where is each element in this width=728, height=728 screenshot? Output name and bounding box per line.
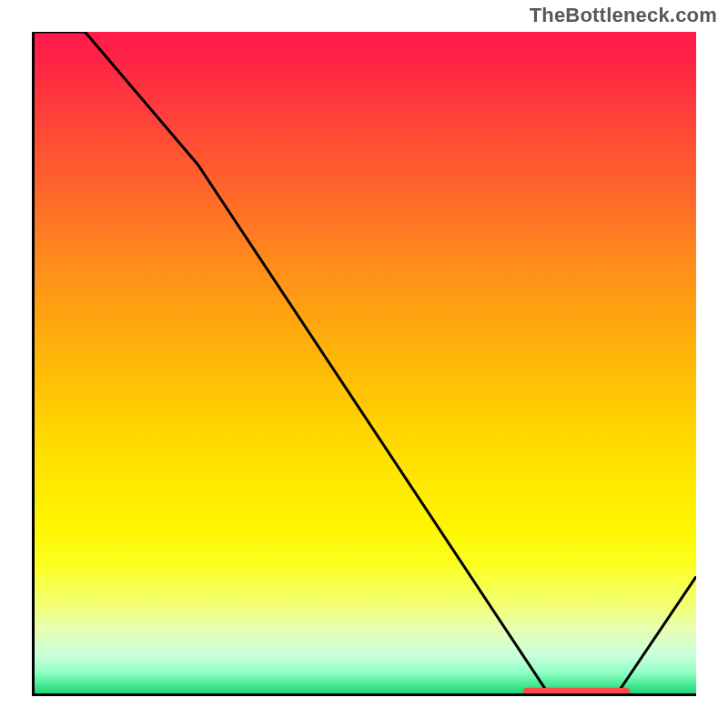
optimal-range-marker [523,688,630,694]
chart-container: TheBottleneck.com [0,0,728,728]
bottleneck-curve [32,32,696,696]
plot-area [32,32,696,696]
attribution-label: TheBottleneck.com [530,4,717,27]
